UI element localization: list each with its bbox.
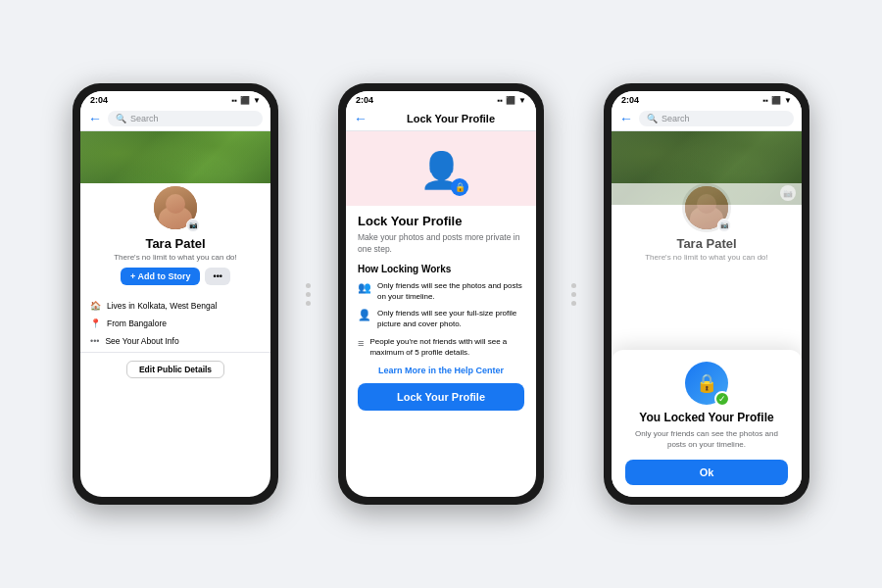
profile-name-1: Tara Patel [145, 236, 205, 251]
info-item-about[interactable]: ••• See Your About Info [90, 332, 261, 350]
search-icon-1: 🔍 [116, 114, 126, 123]
avatar-wrap-1: 📷 [151, 183, 200, 232]
phone-lock: 2:04 ▪▪ ⬛ ▼ ← Lock Your Profile 👤 🔒 Lock… [338, 83, 544, 505]
lock-feature-1: 👥 Only friends will see the photos and p… [358, 280, 524, 302]
more-icon: ••• [90, 336, 99, 346]
lock-content: Lock Your Profile Make your photos and p… [346, 206, 536, 497]
lock-badge-icon: 🔒 [451, 178, 468, 196]
dot-2 [306, 292, 311, 297]
search-bar-3[interactable]: 🔍 Search [639, 111, 794, 126]
help-center-link[interactable]: Learn More in the Help Center [358, 366, 524, 375]
locked-overlay: 🔒 ✓ You Locked Your Profile Only your fr… [612, 350, 802, 497]
list-icon-3: ≡ [358, 337, 364, 349]
friends-icon-1: 👥 [358, 281, 371, 294]
dots-2 [571, 283, 576, 306]
lock-icon-wrap: 👤 🔒 [416, 145, 466, 196]
back-button-2[interactable]: ← [354, 111, 368, 126]
lock-feature-2: 👤 Only friends will see your full-size p… [358, 308, 524, 329]
nav-bar-2: ← Lock Your Profile [346, 107, 536, 131]
search-icon-3: 🔍 [647, 114, 658, 123]
profile-name-3: Tara Patel [676, 236, 736, 251]
lock-section-title: Lock Your Profile [358, 214, 524, 228]
phone-locked: 2:04 ▪▪ ⬛ ▼ ← 🔍 Search 📷 [604, 83, 809, 505]
status-time-2: 2:04 [356, 95, 373, 105]
dot-6 [571, 301, 576, 306]
search-placeholder-1: Search [130, 114, 159, 123]
lock-feature-text-1: Only friends will see the photos and pos… [377, 280, 524, 302]
home-icon: 🏠 [90, 301, 101, 311]
lock-feature-text-3: People you're not friends with will see … [369, 336, 524, 358]
dot-3 [306, 301, 311, 306]
btn-row-1: + Add to Story ••• [88, 268, 263, 285]
profile-bio-1: There's no limit to what you can do! [114, 253, 237, 262]
lock-profile-button[interactable]: Lock Your Profile [358, 383, 524, 411]
scene: 2:04 ▪▪ ⬛ ▼ ← 🔍 Search 📷 [0, 0, 882, 588]
info-item-from: 📍 From Bangalore [90, 315, 261, 332]
more-options-button[interactable]: ••• [205, 268, 229, 285]
locked-title: You Locked Your Profile [625, 411, 788, 424]
info-item-lives: 🏠 Lives in Kolkata, West Bengal [90, 297, 261, 315]
avatar-wrap-3: 📷 [682, 183, 731, 232]
lock-hero: 👤 🔒 [346, 131, 536, 206]
location-icon: 📍 [90, 318, 101, 328]
nav-bar-3: ← 🔍 Search [612, 107, 802, 131]
dot-4 [571, 283, 576, 288]
status-icons-1: ▪▪ ⬛ ▼ [231, 96, 261, 105]
info-list-1: 🏠 Lives in Kolkata, West Bengal 📍 From B… [80, 297, 270, 350]
status-bar-2: 2:04 ▪▪ ⬛ ▼ [346, 91, 536, 107]
lock-section-desc: Make your photos and posts more private … [358, 232, 524, 256]
locked-icon-wrap: 🔒 ✓ [685, 362, 728, 405]
status-icons-3: ▪▪ ⬛ ▼ [762, 96, 792, 105]
avatar-head-1 [166, 194, 185, 214]
status-bar-3: 2:04 ▪▪ ⬛ ▼ [612, 91, 802, 107]
info-from-text: From Bangalore [107, 318, 167, 328]
lock-how-title: How Locking Works [358, 264, 524, 274]
dot-1 [306, 283, 311, 288]
status-time-1: 2:04 [90, 95, 108, 105]
profile-section-1: 📷 Tara Patel There's no limit to what yo… [80, 183, 270, 297]
nav-bar-1: ← 🔍 Search [80, 107, 270, 131]
status-time-3: 2:04 [621, 95, 639, 105]
back-button-3[interactable]: ← [619, 111, 633, 126]
dot-5 [571, 292, 576, 297]
camera-icon-avatar-3[interactable]: 📷 [717, 219, 731, 232]
locked-check-icon: ✓ [714, 391, 730, 407]
status-icons-2: ▪▪ ⬛ ▼ [497, 96, 526, 105]
phone-profile: 2:04 ▪▪ ⬛ ▼ ← 🔍 Search 📷 [73, 83, 278, 505]
lock-feature-3: ≡ People you're not friends with will se… [358, 336, 524, 358]
lock-feature-text-2: Only friends will see your full-size pro… [377, 308, 524, 329]
nav-title-2: Lock Your Profile [373, 113, 528, 124]
edit-public-button[interactable]: Edit Public Details [126, 361, 224, 378]
info-lives-text: Lives in Kolkata, West Bengal [107, 301, 217, 311]
back-button-1[interactable]: ← [88, 111, 102, 126]
search-placeholder-3: Search [662, 114, 690, 123]
profile-section-3: 📷 Tara Patel There's no limit to what yo… [612, 183, 802, 273]
search-bar-1[interactable]: 🔍 Search [108, 111, 263, 126]
add-story-button[interactable]: + Add to Story [121, 268, 200, 285]
locked-desc: Only your friends can see the photos and… [625, 428, 788, 450]
locked-lock-icon: 🔒 [696, 372, 717, 394]
status-bar-1: 2:04 ▪▪ ⬛ ▼ [80, 91, 270, 107]
dots-1 [306, 283, 311, 306]
profile-icon-2: 👤 [358, 309, 371, 321]
edit-public-section: Edit Public Details [80, 352, 270, 384]
info-about-text: See Your About Info [105, 336, 178, 346]
profile-bio-3: There's no limit to what you can do! [645, 253, 768, 262]
locked-ok-button[interactable]: Ok [625, 460, 788, 485]
camera-icon-avatar-1[interactable]: 📷 [186, 219, 200, 232]
